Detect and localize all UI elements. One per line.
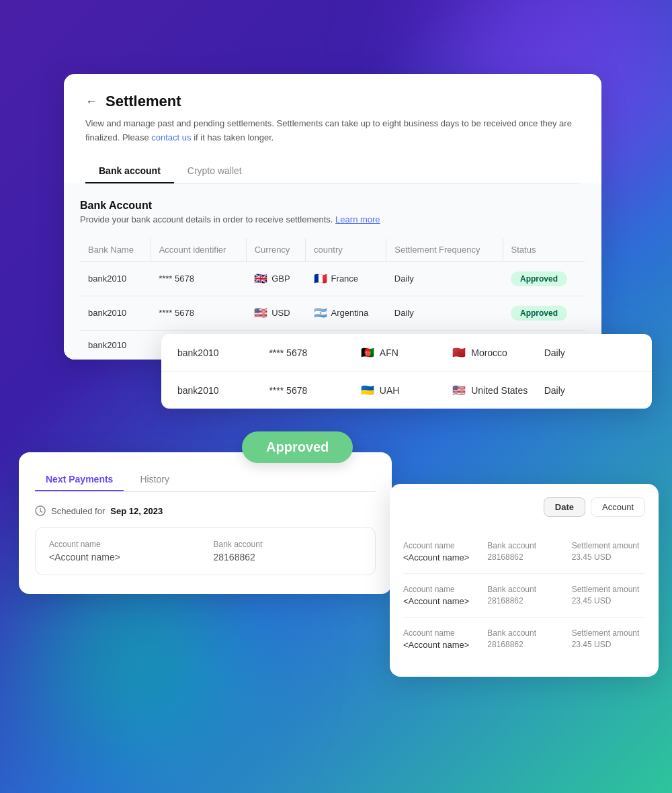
history-settlement-value: 23.45 USD [572,552,645,562]
card-header: ← Settlement [85,93,580,110]
col-settlement-freq: Settlement Frequency [386,238,503,262]
bank-account-label: Bank account [214,540,362,549]
bank-section-desc: Provide your bank account details in ord… [80,214,585,224]
history-settlement-label: Settlement amount [572,585,645,594]
exp-currency-code-1: AFN [380,347,398,358]
history-settlement-col: Settlement amount 23.45 USD [572,541,645,562]
filter-date-button[interactable]: Date [544,497,585,517]
approved-float-badge: Approved [242,431,353,463]
history-account-value: <Account name> [403,552,476,562]
exp-currency-1: 🇦🇫 AFN [361,346,452,359]
history-bank-col: Bank account 28168862 [487,541,560,562]
exp-country-2: 🇺🇸 United States [452,384,544,396]
bank-account-value: 28168862 [214,552,362,562]
payment-main-row: Account name <Account name> Bank account… [35,527,376,575]
exp-country-flag-2: 🇺🇸 [452,384,466,396]
col-country: country [306,238,386,262]
history-row-1: Account name <Account name> Bank account… [403,530,645,574]
country-name: Argentina [331,308,369,318]
tab-crypto-wallet[interactable]: Crypto wallet [174,159,255,183]
payments-tab-bar: Next Payments History [35,468,376,492]
exp-account-1: **** 5678 [269,347,360,358]
status-cell: Approved [503,296,585,330]
history-settlement-value: 23.45 USD [572,640,645,649]
payments-card: Next Payments History Scheduled for Sep … [19,452,392,594]
table-row: bank2010 **** 5678 🇬🇧 GBP 🇫🇷 France [80,261,585,296]
history-settlement-label: Settlement amount [572,628,645,638]
exp-currency-flag-2: 🇺🇦 [361,384,374,396]
learn-more-link[interactable]: Learn more [335,214,380,224]
exp-freq-1: Daily [544,347,636,358]
col-bank-name: Bank Name [80,238,151,262]
expanded-row: bank2010 **** 5678 🇺🇦 UAH 🇺🇸 United Stat… [161,372,652,409]
history-bank-col: Bank account 28168862 [487,628,560,649]
history-row-3: Account name <Account name> Bank account… [403,618,645,661]
history-filter: Date Account [403,497,645,517]
settlement-title: Settlement [106,93,181,110]
history-bank-col: Bank account 28168862 [487,585,560,606]
exp-country-name-1: Morocco [471,347,507,358]
exp-currency-code-2: UAH [380,385,400,396]
history-account-col: Account name <Account name> [403,585,476,606]
currency-cell: 🇬🇧 GBP [246,261,305,296]
filter-account-button[interactable]: Account [591,497,645,517]
history-bank-label: Bank account [487,541,560,550]
table-row: bank2010 **** 5678 🇺🇸 USD 🇦🇷 Argentina [80,296,585,330]
payment-account-col: Account name <Account name> [49,540,198,562]
expanded-rows-card: bank2010 **** 5678 🇦🇫 AFN 🇲🇦 Morocco Dai… [161,334,652,409]
history-account-value: <Account name> [403,596,476,606]
col-account-id: Account identifier [151,238,246,262]
back-arrow-icon[interactable]: ← [85,95,97,109]
tab-history[interactable]: History [129,468,180,491]
col-status: Status [503,238,585,262]
settlement-tab-bar: Bank account Crypto wallet [85,159,580,183]
exp-currency-2: 🇺🇦 UAH [361,384,452,396]
country-flag: 🇦🇷 [314,306,327,319]
status-cell: Approved [503,261,585,296]
frequency: Daily [386,261,503,296]
history-settlement-col: Settlement amount 23.45 USD [572,628,645,649]
col-currency: Currency [246,238,305,262]
bank-name: bank2010 [80,330,151,360]
bank-name: bank2010 [80,296,151,330]
exp-bank-1: bank2010 [177,347,269,358]
tab-bank-account[interactable]: Bank account [85,159,174,183]
settlement-card: ← Settlement View and manage past and pe… [64,74,601,360]
history-bank-value: 28168862 [487,552,560,562]
country-cell: 🇫🇷 France [306,261,386,296]
expanded-row: bank2010 **** 5678 🇦🇫 AFN 🇲🇦 Morocco Dai… [161,334,652,372]
frequency: Daily [386,296,503,330]
status-badge: Approved [511,306,567,321]
contact-us-link[interactable]: contact us [151,132,191,142]
currency-cell: 🇺🇸 USD [246,296,305,330]
history-settlement-label: Settlement amount [572,541,645,550]
history-bank-value: 28168862 [487,640,560,649]
exp-country-1: 🇲🇦 Morocco [452,346,544,359]
currency-code: GBP [271,274,290,284]
account-name-value: <Account name> [49,552,198,562]
settlement-description: View and manage past and pending settlem… [85,117,580,145]
history-row-2: Account name <Account name> Bank account… [403,574,645,618]
scheduled-date: Sep 12, 2023 [110,506,163,516]
history-account-label: Account name [403,541,476,550]
clock-icon [35,505,46,516]
currency-flag: 🇬🇧 [254,272,267,285]
exp-freq-2: Daily [544,385,636,396]
history-account-label: Account name [403,628,476,638]
country-name: France [331,274,358,284]
exp-bank-2: bank2010 [177,385,269,396]
status-badge: Approved [511,272,567,286]
tab-next-payments[interactable]: Next Payments [35,468,124,491]
exp-country-name-2: United States [471,385,528,396]
history-settlement-value: 23.45 USD [572,596,645,606]
country-flag: 🇫🇷 [314,272,327,285]
scheduled-label: Scheduled for [51,506,105,516]
bank-section-title: Bank Account [80,200,585,212]
country-cell: 🇦🇷 Argentina [306,296,386,330]
history-account-label: Account name [403,585,476,594]
history-settlement-col: Settlement amount 23.45 USD [572,585,645,606]
exp-country-flag-1: 🇲🇦 [452,346,466,359]
account-identifier: **** 5678 [151,261,246,296]
account-identifier: **** 5678 [151,296,246,330]
scheduled-info: Scheduled for Sep 12, 2023 [35,505,376,516]
